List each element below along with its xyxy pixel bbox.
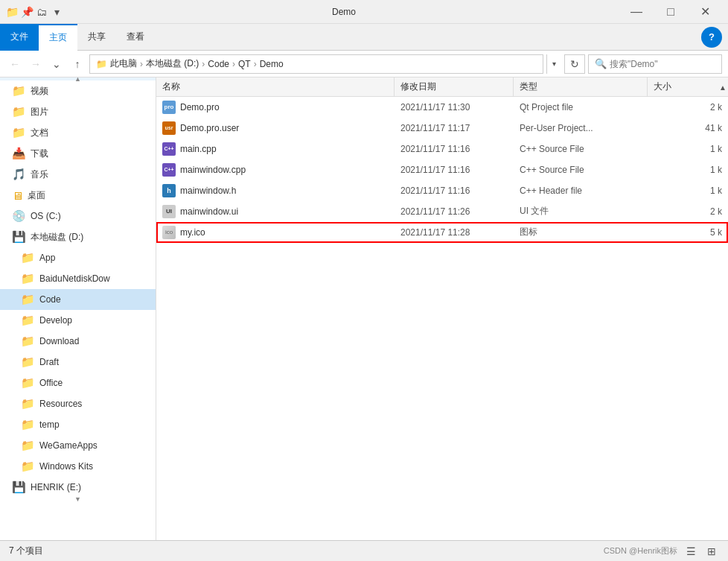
col-header-date[interactable]: 修改日期 xyxy=(395,77,514,96)
forward-button: → xyxy=(27,55,45,73)
sidebar-item-app[interactable]: 📁 App xyxy=(0,247,156,268)
file-cell-date: 2021/11/17 11:30 xyxy=(395,102,514,112)
title-bar-icons: 📁 📌 🗂 ▾ xyxy=(6,6,63,18)
file-cell-name: C++ mainwindow.cpp xyxy=(156,163,395,177)
file-cell-name: h mainwindow.h xyxy=(156,184,395,197)
sidebar-label-resources: Resources xyxy=(39,399,82,409)
folder-icon: 📁 xyxy=(12,126,26,139)
pin-icon[interactable]: 📌 xyxy=(21,6,33,18)
sidebar-item-local-d[interactable]: 💾 本地磁盘 (D:) xyxy=(0,226,156,247)
sidebar-item-pictures[interactable]: 📁 图片 xyxy=(0,101,156,122)
search-input[interactable] xyxy=(610,59,706,69)
sidebar-item-os-c[interactable]: 💿 OS (C:) xyxy=(0,206,156,226)
refresh-button[interactable]: ↻ xyxy=(564,54,585,74)
folder-icon: 📁 xyxy=(21,418,35,431)
address-bar: ← → ⌄ ↑ 📁 此电脑 › 本地磁盘 (D:) › Code › QT › … xyxy=(0,51,728,77)
sidebar-label-desktop: 桌面 xyxy=(28,189,45,202)
ribbon-tab-home[interactable]: 主页 xyxy=(39,24,77,51)
folder-desktop-icon: 🖥 xyxy=(12,189,23,202)
table-row[interactable]: usr Demo.pro.user 2021/11/17 11:17 Per-U… xyxy=(156,118,728,139)
file-name: main.cpp xyxy=(180,144,217,154)
ico-file-icon: ico xyxy=(162,226,176,239)
sidebar-label-henrik-e: HENRIK (E:) xyxy=(31,482,81,492)
file-cell-type: Per-User Project... xyxy=(514,123,648,133)
minimize-button[interactable]: — xyxy=(619,0,654,24)
folder-icon: 📁 xyxy=(21,251,35,264)
breadcrumb-demo[interactable]: Demo xyxy=(260,59,284,69)
folder-download-icon: 📥 xyxy=(12,147,26,160)
user-file-icon: usr xyxy=(162,121,176,135)
window-title: Demo xyxy=(68,7,619,17)
file-cell-name: ico my.ico xyxy=(156,226,395,239)
file-cell-size: 1 k xyxy=(648,165,728,175)
sidebar-item-wegameapps[interactable]: 📁 WeGameApps xyxy=(0,435,156,456)
view-details-button[interactable]: ☰ xyxy=(683,544,698,559)
sidebar-item-documents[interactable]: 📁 文档 xyxy=(0,122,156,143)
folder-icon: 📁 xyxy=(21,376,35,390)
help-button[interactable]: ? xyxy=(701,27,722,48)
dropdown-button[interactable]: ⌄ xyxy=(48,55,66,73)
folder-icon: 📁 xyxy=(21,335,35,348)
col-header-type[interactable]: 类型 xyxy=(514,77,648,96)
title-bar: 📁 📌 🗂 ▾ Demo — □ ✕ xyxy=(0,0,728,24)
sidebar-item-resources[interactable]: 📁 Resources xyxy=(0,393,156,414)
breadcrumb[interactable]: 📁 此电脑 › 本地磁盘 (D:) › Code › QT › Demo xyxy=(89,54,543,74)
status-item-count: 7 个项目 xyxy=(9,545,43,557)
sidebar-item-downloads[interactable]: 📥 下载 xyxy=(0,143,156,164)
maximize-button[interactable]: □ xyxy=(654,0,688,24)
pro-file-icon: pro xyxy=(162,101,176,114)
sidebar-label-code: Code xyxy=(39,294,61,305)
file-cell-type: 图标 xyxy=(514,226,648,238)
sidebar-item-music[interactable]: 🎵 音乐 xyxy=(0,164,156,185)
breadcrumb-folder-icon: 📁 xyxy=(96,59,107,69)
ribbon-file-tab[interactable]: 文件 xyxy=(0,24,39,51)
file-name: mainwindow.ui xyxy=(180,206,238,217)
file-cell-date: 2021/11/17 11:26 xyxy=(395,206,514,217)
file-name: Demo.pro xyxy=(180,102,220,112)
cpp-file-icon: C++ xyxy=(162,142,176,156)
arrow-down-icon[interactable]: ▾ xyxy=(51,6,63,18)
file-cell-date: 2021/11/17 11:16 xyxy=(395,144,514,154)
table-row[interactable]: UI mainwindow.ui 2021/11/17 11:26 UI 文件 … xyxy=(156,201,728,222)
sidebar-label-music: 音乐 xyxy=(31,168,48,181)
close-button[interactable]: ✕ xyxy=(688,0,722,24)
ribbon-tab-view[interactable]: 查看 xyxy=(116,24,155,51)
file-header: ▲ 名称 修改日期 类型 大小 xyxy=(156,77,728,97)
breadcrumb-pc[interactable]: 此电脑 xyxy=(110,57,137,70)
table-row[interactable]: C++ main.cpp 2021/11/17 11:16 C++ Source… xyxy=(156,139,728,159)
breadcrumb-dropdown-button[interactable]: ▾ xyxy=(546,54,561,74)
sidebar-label-videos: 视频 xyxy=(31,85,48,98)
folder-icon: 📁 xyxy=(21,293,35,306)
breadcrumb-qt[interactable]: QT xyxy=(238,59,251,69)
view-grid-button[interactable]: ⊞ xyxy=(704,544,719,559)
sidebar-item-code[interactable]: 📁 Code xyxy=(0,289,156,310)
sidebar-item-develop[interactable]: 📁 Develop xyxy=(0,310,156,331)
table-row[interactable]: pro Demo.pro 2021/11/17 11:30 Qt Project… xyxy=(156,97,728,118)
sidebar-item-draft[interactable]: 📁 Draft xyxy=(0,352,156,373)
ribbon-tab-share[interactable]: 共享 xyxy=(77,24,116,51)
folder-icon: 📁 xyxy=(21,460,35,473)
sidebar-label-wegameapps: WeGameApps xyxy=(39,440,98,451)
table-row[interactable]: ico my.ico 2021/11/17 11:28 图标 5 k xyxy=(156,222,728,243)
sidebar-item-temp[interactable]: 📁 temp xyxy=(0,414,156,435)
sidebar-item-windowskits[interactable]: 📁 Windows Kits xyxy=(0,456,156,477)
file-area: ▲ 名称 修改日期 类型 大小 pro Demo.pro 2021/11/17 … xyxy=(156,77,728,540)
table-row[interactable]: C++ mainwindow.cpp 2021/11/17 11:16 C++ … xyxy=(156,159,728,180)
file-cell-date: 2021/11/17 11:17 xyxy=(395,123,514,133)
search-box[interactable]: 🔍 xyxy=(588,54,722,74)
breadcrumb-code[interactable]: Code xyxy=(208,59,229,69)
sidebar-item-videos[interactable]: 📁 视频 xyxy=(0,80,156,101)
sidebar-item-baidunetdisk[interactable]: 📁 BaiduNetdiskDow xyxy=(0,268,156,289)
sidebar-item-office[interactable]: 📁 Office xyxy=(0,373,156,393)
col-header-size[interactable]: 大小 xyxy=(648,77,728,96)
table-row[interactable]: h mainwindow.h 2021/11/17 11:16 C++ Head… xyxy=(156,180,728,201)
h-file-icon: h xyxy=(162,184,176,197)
sidebar-item-download[interactable]: 📁 Download xyxy=(0,331,156,352)
sidebar-item-henrik-e[interactable]: 💾 HENRIK (E:) xyxy=(0,477,156,498)
up-button[interactable]: ↑ xyxy=(68,55,86,73)
file-cell-type: C++ Source File xyxy=(514,165,648,175)
sidebar-item-desktop[interactable]: 🖥 桌面 xyxy=(0,185,156,206)
cpp-file-icon: C++ xyxy=(162,163,176,177)
breadcrumb-drive[interactable]: 本地磁盘 (D:) xyxy=(146,57,199,70)
col-header-name[interactable]: 名称 xyxy=(156,77,395,96)
